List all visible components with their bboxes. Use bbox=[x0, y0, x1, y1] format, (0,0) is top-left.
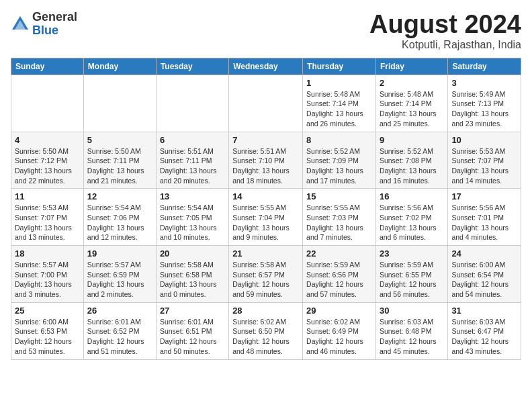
col-tuesday: Tuesday bbox=[156, 58, 228, 75]
day-number: 28 bbox=[232, 306, 299, 316]
calendar-cell bbox=[83, 75, 156, 132]
calendar-cell: 6Sunrise: 5:51 AM Sunset: 7:11 PM Daylig… bbox=[156, 132, 228, 189]
calendar-week-5: 25Sunrise: 6:00 AM Sunset: 6:53 PM Dayli… bbox=[11, 302, 521, 359]
day-number: 17 bbox=[451, 191, 517, 201]
day-info: Sunrise: 6:01 AM Sunset: 6:51 PM Dayligh… bbox=[160, 317, 225, 357]
day-info: Sunrise: 5:58 AM Sunset: 6:57 PM Dayligh… bbox=[232, 260, 299, 300]
day-info: Sunrise: 5:50 AM Sunset: 7:12 PM Dayligh… bbox=[15, 146, 80, 186]
calendar-cell: 19Sunrise: 5:57 AM Sunset: 6:59 PM Dayli… bbox=[83, 246, 156, 303]
day-number: 11 bbox=[15, 191, 80, 201]
day-number: 23 bbox=[380, 248, 444, 259]
logo-general: General bbox=[32, 11, 77, 24]
calendar-header: Sunday Monday Tuesday Wednesday Thursday… bbox=[11, 58, 521, 75]
calendar-cell: 23Sunrise: 5:59 AM Sunset: 6:55 PM Dayli… bbox=[375, 246, 447, 303]
calendar-cell: 11Sunrise: 5:53 AM Sunset: 7:07 PM Dayli… bbox=[11, 189, 84, 246]
col-wednesday: Wednesday bbox=[229, 58, 303, 75]
day-number: 2 bbox=[380, 78, 444, 88]
day-number: 30 bbox=[380, 306, 444, 316]
calendar-cell: 27Sunrise: 6:01 AM Sunset: 6:51 PM Dayli… bbox=[156, 302, 228, 359]
day-info: Sunrise: 5:49 AM Sunset: 7:13 PM Dayligh… bbox=[451, 89, 517, 129]
calendar-cell: 31Sunrise: 6:03 AM Sunset: 6:47 PM Dayli… bbox=[448, 302, 521, 359]
day-info: Sunrise: 5:52 AM Sunset: 7:08 PM Dayligh… bbox=[380, 146, 444, 186]
day-info: Sunrise: 5:57 AM Sunset: 6:59 PM Dayligh… bbox=[87, 260, 152, 300]
calendar-cell: 2Sunrise: 5:48 AM Sunset: 7:14 PM Daylig… bbox=[375, 75, 447, 132]
day-number: 9 bbox=[380, 135, 444, 145]
calendar-body: 1Sunrise: 5:48 AM Sunset: 7:14 PM Daylig… bbox=[11, 75, 521, 359]
day-info: Sunrise: 5:52 AM Sunset: 7:09 PM Dayligh… bbox=[306, 146, 372, 186]
calendar-cell: 15Sunrise: 5:55 AM Sunset: 7:03 PM Dayli… bbox=[303, 189, 376, 246]
day-info: Sunrise: 5:58 AM Sunset: 6:58 PM Dayligh… bbox=[160, 260, 225, 300]
day-info: Sunrise: 6:02 AM Sunset: 6:50 PM Dayligh… bbox=[232, 317, 299, 357]
calendar-cell: 14Sunrise: 5:55 AM Sunset: 7:04 PM Dayli… bbox=[229, 189, 303, 246]
logo: General Blue bbox=[11, 11, 77, 38]
day-info: Sunrise: 5:48 AM Sunset: 7:14 PM Dayligh… bbox=[380, 89, 444, 129]
day-number: 19 bbox=[87, 248, 152, 259]
header-row: Sunday Monday Tuesday Wednesday Thursday… bbox=[11, 58, 521, 75]
day-info: Sunrise: 5:51 AM Sunset: 7:11 PM Dayligh… bbox=[160, 146, 225, 186]
day-number: 18 bbox=[15, 248, 80, 259]
calendar-week-4: 18Sunrise: 5:57 AM Sunset: 7:00 PM Dayli… bbox=[11, 246, 521, 303]
day-number: 14 bbox=[232, 191, 299, 201]
day-info: Sunrise: 5:53 AM Sunset: 7:07 PM Dayligh… bbox=[15, 203, 80, 242]
calendar-cell: 16Sunrise: 5:56 AM Sunset: 7:02 PM Dayli… bbox=[375, 189, 447, 246]
calendar-cell: 24Sunrise: 6:00 AM Sunset: 6:54 PM Dayli… bbox=[448, 246, 521, 303]
calendar-cell: 21Sunrise: 5:58 AM Sunset: 6:57 PM Dayli… bbox=[229, 246, 303, 303]
day-info: Sunrise: 5:56 AM Sunset: 7:01 PM Dayligh… bbox=[451, 203, 517, 242]
calendar-cell: 30Sunrise: 6:03 AM Sunset: 6:48 PM Dayli… bbox=[375, 302, 447, 359]
day-info: Sunrise: 6:03 AM Sunset: 6:48 PM Dayligh… bbox=[380, 317, 444, 357]
calendar-cell: 1Sunrise: 5:48 AM Sunset: 7:14 PM Daylig… bbox=[303, 75, 376, 132]
calendar-cell: 4Sunrise: 5:50 AM Sunset: 7:12 PM Daylig… bbox=[11, 132, 84, 189]
day-number: 12 bbox=[87, 191, 152, 201]
logo-text: General Blue bbox=[32, 11, 77, 38]
calendar-cell: 9Sunrise: 5:52 AM Sunset: 7:08 PM Daylig… bbox=[375, 132, 447, 189]
calendar-week-2: 4Sunrise: 5:50 AM Sunset: 7:12 PM Daylig… bbox=[11, 132, 521, 189]
day-number: 16 bbox=[380, 191, 444, 201]
calendar-cell: 13Sunrise: 5:54 AM Sunset: 7:05 PM Dayli… bbox=[156, 189, 228, 246]
calendar-week-1: 1Sunrise: 5:48 AM Sunset: 7:14 PM Daylig… bbox=[11, 75, 521, 132]
location: Kotputli, Rajasthan, India bbox=[369, 39, 521, 51]
month-title: August 2024 bbox=[369, 11, 521, 39]
logo-icon bbox=[11, 15, 30, 34]
col-saturday: Saturday bbox=[448, 58, 521, 75]
calendar-cell: 7Sunrise: 5:51 AM Sunset: 7:10 PM Daylig… bbox=[229, 132, 303, 189]
col-monday: Monday bbox=[83, 58, 156, 75]
day-number: 21 bbox=[232, 248, 299, 259]
calendar-cell: 18Sunrise: 5:57 AM Sunset: 7:00 PM Dayli… bbox=[11, 246, 84, 303]
day-number: 22 bbox=[306, 248, 372, 259]
day-info: Sunrise: 5:54 AM Sunset: 7:05 PM Dayligh… bbox=[160, 203, 225, 242]
day-info: Sunrise: 6:00 AM Sunset: 6:54 PM Dayligh… bbox=[451, 260, 517, 300]
day-number: 26 bbox=[87, 306, 152, 316]
day-info: Sunrise: 5:53 AM Sunset: 7:07 PM Dayligh… bbox=[451, 146, 517, 186]
calendar-cell: 17Sunrise: 5:56 AM Sunset: 7:01 PM Dayli… bbox=[448, 189, 521, 246]
day-info: Sunrise: 5:55 AM Sunset: 7:04 PM Dayligh… bbox=[232, 203, 299, 242]
day-number: 5 bbox=[87, 135, 152, 145]
day-number: 29 bbox=[306, 306, 372, 316]
day-number: 25 bbox=[15, 306, 80, 316]
logo-blue: Blue bbox=[32, 24, 77, 38]
day-number: 15 bbox=[306, 191, 372, 201]
day-info: Sunrise: 5:57 AM Sunset: 7:00 PM Dayligh… bbox=[15, 260, 80, 300]
day-info: Sunrise: 6:02 AM Sunset: 6:49 PM Dayligh… bbox=[306, 317, 372, 357]
day-number: 10 bbox=[451, 135, 517, 145]
calendar-week-3: 11Sunrise: 5:53 AM Sunset: 7:07 PM Dayli… bbox=[11, 189, 521, 246]
calendar-table: Sunday Monday Tuesday Wednesday Thursday… bbox=[11, 58, 521, 360]
title-block: August 2024 Kotputli, Rajasthan, India bbox=[369, 11, 521, 51]
calendar-cell bbox=[11, 75, 84, 132]
calendar-cell: 8Sunrise: 5:52 AM Sunset: 7:09 PM Daylig… bbox=[303, 132, 376, 189]
day-info: Sunrise: 5:48 AM Sunset: 7:14 PM Dayligh… bbox=[306, 89, 372, 129]
page-header: General Blue August 2024 Kotputli, Rajas… bbox=[11, 11, 521, 51]
day-info: Sunrise: 5:54 AM Sunset: 7:06 PM Dayligh… bbox=[87, 203, 152, 242]
col-friday: Friday bbox=[375, 58, 447, 75]
day-info: Sunrise: 5:51 AM Sunset: 7:10 PM Dayligh… bbox=[232, 146, 299, 186]
day-info: Sunrise: 5:59 AM Sunset: 6:56 PM Dayligh… bbox=[306, 260, 372, 300]
day-info: Sunrise: 6:01 AM Sunset: 6:52 PM Dayligh… bbox=[87, 317, 152, 357]
calendar-cell: 25Sunrise: 6:00 AM Sunset: 6:53 PM Dayli… bbox=[11, 302, 84, 359]
calendar-cell bbox=[156, 75, 228, 132]
day-info: Sunrise: 6:00 AM Sunset: 6:53 PM Dayligh… bbox=[15, 317, 80, 357]
day-number: 8 bbox=[306, 135, 372, 145]
day-info: Sunrise: 5:55 AM Sunset: 7:03 PM Dayligh… bbox=[306, 203, 372, 242]
day-info: Sunrise: 5:56 AM Sunset: 7:02 PM Dayligh… bbox=[380, 203, 444, 242]
calendar-cell: 20Sunrise: 5:58 AM Sunset: 6:58 PM Dayli… bbox=[156, 246, 228, 303]
calendar-cell: 5Sunrise: 5:50 AM Sunset: 7:11 PM Daylig… bbox=[83, 132, 156, 189]
calendar-cell: 22Sunrise: 5:59 AM Sunset: 6:56 PM Dayli… bbox=[303, 246, 376, 303]
